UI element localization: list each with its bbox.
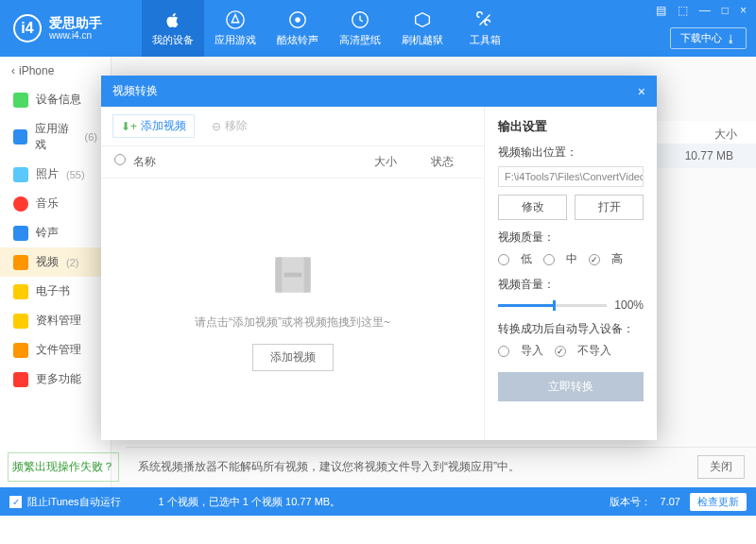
convert-button[interactable]: 立即转换 bbox=[498, 372, 644, 401]
device-selector[interactable]: ‹ iPhone bbox=[0, 57, 111, 85]
app-name: 爱思助手 bbox=[49, 15, 102, 31]
sidebar-item-deviceinfo[interactable]: 设备信息 bbox=[0, 85, 111, 114]
skin-icon[interactable]: ⬚ bbox=[678, 4, 688, 17]
dialog-title: 视频转换 bbox=[112, 83, 158, 99]
list-header: 名称 大小 状态 bbox=[101, 146, 484, 178]
video-convert-dialog: 视频转换 × ⬇+ 添加视频 ⊖ 移除 名称 大小 状态 bbox=[101, 76, 657, 440]
apps-icon bbox=[13, 129, 27, 144]
volume-slider[interactable] bbox=[498, 304, 607, 307]
app-header: i4 爱思助手 www.i4.cn 我的设备 应用游戏 酷炫铃声 高清壁纸 刷机… bbox=[0, 0, 756, 57]
quality-mid-radio[interactable] bbox=[543, 254, 555, 265]
output-settings-pane: 输出设置 视频输出位置： F:\i4Tools7\Files\ConvertVi… bbox=[485, 107, 657, 440]
add-video-toolbar-button[interactable]: ⬇+ 添加视频 bbox=[112, 114, 195, 138]
notice-bar: 频繁出现操作失败？ 系统视频播放器不能解码所有视频，建议您将视频文件导入到“视频… bbox=[0, 446, 756, 487]
download-center-button[interactable]: 下载中心 ⭳ bbox=[670, 27, 747, 49]
svg-rect-7 bbox=[284, 272, 301, 277]
sidebar-item-data[interactable]: 资料管理 bbox=[0, 306, 111, 335]
box-icon bbox=[412, 9, 433, 30]
music-icon bbox=[287, 9, 308, 30]
sidebar-item-music[interactable]: 音乐 bbox=[0, 189, 111, 218]
check-update-button[interactable]: 检查更新 bbox=[690, 493, 747, 511]
sidebar-item-video[interactable]: 视频(2) bbox=[0, 247, 111, 277]
empty-drop-area[interactable]: 请点击“添加视频”或将视频拖拽到这里~ 添加视频 bbox=[101, 178, 484, 440]
status-bar: ✓ 阻止iTunes自动运行 1 个视频，已选中 1 个视频 10.77 MB。… bbox=[0, 487, 756, 516]
photo-icon bbox=[13, 167, 28, 182]
volume-value: 100% bbox=[614, 298, 644, 312]
more-icon bbox=[13, 372, 28, 387]
sidebar-item-more[interactable]: 更多功能 bbox=[0, 365, 111, 394]
minimize-icon[interactable]: — bbox=[699, 4, 711, 17]
output-path-field[interactable]: F:\i4Tools7\Files\ConvertVideo bbox=[498, 166, 644, 187]
film-icon bbox=[266, 248, 319, 301]
select-all-checkbox[interactable] bbox=[114, 154, 126, 165]
faq-link[interactable]: 频繁出现操作失败？ bbox=[8, 452, 119, 482]
bell-icon bbox=[13, 226, 28, 241]
maximize-icon[interactable]: □ bbox=[722, 4, 729, 17]
folder-icon bbox=[13, 343, 28, 358]
empty-hint: 请点击“添加视频”或将视频拖拽到这里~ bbox=[195, 314, 390, 331]
sidebar: ‹ iPhone 设备信息 应用游戏(6) 照片(55) 音乐 铃声 视频(2)… bbox=[0, 57, 112, 487]
chevron-left-icon: ‹ bbox=[11, 64, 15, 77]
sidebar-item-files[interactable]: 文件管理 bbox=[0, 335, 111, 365]
main-nav: 我的设备 应用游戏 酷炫铃声 高清壁纸 刷机越狱 工具箱 bbox=[142, 0, 516, 57]
sidebar-item-ebook[interactable]: 电子书 bbox=[0, 277, 111, 306]
download-icon: ⭳ bbox=[726, 33, 736, 44]
nav-my-device[interactable]: 我的设备 bbox=[142, 0, 204, 57]
nav-wallpapers[interactable]: 高清壁纸 bbox=[329, 0, 391, 57]
video-list-pane: ⬇+ 添加视频 ⊖ 移除 名称 大小 状态 请点击“添加视频”或将视频拖拽到这里… bbox=[101, 107, 485, 440]
app-logo: i4 爱思助手 www.i4.cn bbox=[0, 14, 142, 42]
nav-toolbox[interactable]: 工具箱 bbox=[454, 0, 516, 57]
nav-ringtones[interactable]: 酷炫铃声 bbox=[266, 0, 329, 57]
video-icon bbox=[13, 255, 28, 270]
sidebar-item-apps[interactable]: 应用游戏(6) bbox=[0, 114, 111, 160]
output-title: 输出设置 bbox=[498, 118, 644, 135]
info-icon bbox=[13, 93, 28, 108]
sidebar-item-ring[interactable]: 铃声 bbox=[0, 218, 111, 247]
notice-close-button[interactable]: 关闭 bbox=[697, 455, 745, 479]
selection-info: 1 个视频，已选中 1 个视频 10.77 MB。 bbox=[159, 495, 341, 509]
remove-icon: ⊖ bbox=[212, 120, 221, 133]
window-controls: ▤ ⬚ — □ × bbox=[656, 4, 747, 17]
svg-rect-6 bbox=[303, 257, 310, 292]
appstore-icon bbox=[225, 9, 246, 30]
svg-rect-5 bbox=[275, 257, 282, 292]
dialog-title-bar: 视频转换 × bbox=[101, 76, 657, 107]
app-url: www.i4.cn bbox=[49, 30, 102, 42]
open-path-button[interactable]: 打开 bbox=[575, 195, 644, 220]
quality-high-radio[interactable] bbox=[589, 254, 600, 265]
data-icon bbox=[13, 314, 28, 329]
book-icon bbox=[13, 284, 28, 299]
close-icon[interactable]: × bbox=[740, 4, 747, 17]
notice-text: 系统视频播放器不能解码所有视频，建议您将视频文件导入到“视频应用”中。 bbox=[138, 459, 520, 475]
apple-icon bbox=[163, 9, 183, 30]
import-no-radio[interactable] bbox=[555, 346, 566, 357]
tools-icon bbox=[474, 9, 495, 30]
quality-low-radio[interactable] bbox=[498, 254, 509, 265]
music-icon bbox=[13, 196, 28, 212]
remove-video-button: ⊖ 移除 bbox=[212, 118, 248, 134]
svg-point-2 bbox=[295, 17, 301, 23]
dialog-close-button[interactable]: × bbox=[638, 84, 645, 99]
image-icon bbox=[350, 9, 370, 30]
modify-path-button[interactable]: 修改 bbox=[498, 195, 567, 220]
itunes-checkbox[interactable]: ✓ bbox=[9, 496, 22, 508]
nav-flash[interactable]: 刷机越狱 bbox=[391, 0, 454, 57]
nav-apps[interactable]: 应用游戏 bbox=[204, 0, 266, 57]
plus-icon: ⬇+ bbox=[121, 120, 137, 133]
logo-icon: i4 bbox=[13, 14, 42, 42]
import-yes-radio[interactable] bbox=[498, 346, 509, 357]
sidebar-item-photos[interactable]: 照片(55) bbox=[0, 160, 111, 189]
chat-icon[interactable]: ▤ bbox=[656, 4, 666, 17]
add-video-button[interactable]: 添加视频 bbox=[252, 344, 334, 371]
